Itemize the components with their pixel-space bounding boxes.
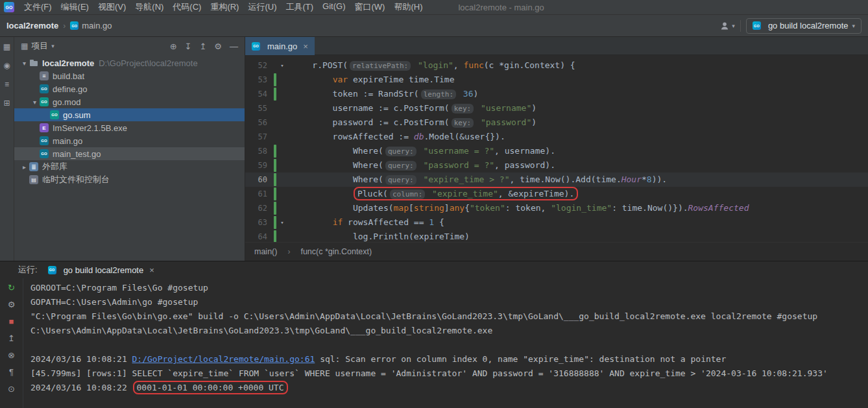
project-view-dropdown[interactable]: ▦ 项目 ▾ [21, 40, 54, 52]
menu-item[interactable]: 视图(V) [93, 1, 130, 13]
breadcrumb-main-func[interactable]: main() [254, 247, 277, 256]
console-line: [45.799ms] [rows:1] SELECT `expire_time`… [30, 366, 868, 381]
exe-icon: E [40, 123, 49, 132]
run-configuration-name: go build local2remote [768, 21, 849, 30]
structure-icon[interactable]: ≡ [5, 80, 9, 89]
breadcrumb-file[interactable]: main.go [82, 21, 112, 30]
code-line-62[interactable]: 62 Updates(map[string]any{"token": token… [245, 201, 868, 215]
project-window-icon: ▦ [21, 42, 28, 51]
menu-item[interactable]: 文件(F) [19, 1, 56, 13]
text-segment: GOPATH=C:\Users\Admin\go #gosetup [30, 297, 198, 307]
restore-layout-icon[interactable]: ↥ [8, 333, 15, 343]
tree-item-build-bat[interactable]: ≡build.bat [14, 69, 245, 82]
fold-spacer [276, 87, 288, 101]
menu-item[interactable]: 工具(T) [281, 1, 318, 13]
menu-item[interactable]: 导航(N) [130, 1, 168, 13]
text-segment: var [333, 75, 348, 84]
pin-icon[interactable]: ⊙ [8, 384, 15, 394]
menu-item[interactable]: 编辑(E) [56, 1, 93, 13]
text-segment: RowsAffected [688, 203, 749, 213]
tree-item-main-test-go[interactable]: GOmain_test.go [14, 147, 245, 160]
code-editor[interactable]: 52▾ r.POST(relativePath: "login", func(c… [245, 55, 868, 242]
code-line-63[interactable]: 63▾ if rowsAffected == 1 { [245, 215, 868, 230]
run-configuration-selector[interactable]: GO go build local2remote ▾ [746, 18, 862, 34]
project-icon[interactable]: ▦ [3, 42, 10, 51]
text-segment: , &expireTime). [498, 189, 574, 198]
text-segment: ) [531, 117, 536, 127]
code-line-52[interactable]: 52▾ r.POST(relativePath: "login", func(c… [245, 58, 868, 73]
editor-area: GO main.go × 52▾ r.POST(relativePath: "l… [245, 37, 868, 261]
clear-all-icon[interactable]: ⊗ [8, 350, 15, 360]
chevron-right-icon[interactable]: ▸ [19, 163, 29, 171]
breadcrumb-gin-handler[interactable]: func(c *gin.Context) [300, 247, 372, 256]
nav-right-actions: ▾ GO go build local2remote ▾ [719, 18, 862, 34]
line-number: 53 [245, 73, 267, 87]
code-line-61[interactable]: 61 Pluck(column: "expire_time", &expireT… [245, 187, 868, 201]
tree-item-go-mod[interactable]: ▾GOgo.mod [14, 95, 245, 108]
stop-icon[interactable]: ■ [9, 317, 14, 326]
menu-item[interactable]: 运行(U) [243, 1, 281, 13]
settings-icon[interactable]: ⚙ [214, 42, 222, 51]
text-segment: 0001-01-01 00:00:00 +0000 UTC [137, 383, 284, 392]
code-line-58[interactable]: 58 Where(query: "username = ?", username… [245, 144, 868, 158]
rerun-icon[interactable]: ↻ [8, 283, 15, 293]
console-output[interactable]: GOROOT=C:\Program Files\Go #gosetupGOPAT… [23, 278, 868, 408]
code-line-64[interactable]: 64 log.Println(expireTime) [245, 230, 868, 242]
text-segment: , username). [494, 146, 555, 156]
soft-wrap-icon[interactable]: ¶ [9, 367, 14, 377]
tree-item-main-go[interactable]: GOmain.go [14, 134, 245, 147]
close-tab-icon[interactable]: × [303, 42, 308, 51]
menu-item[interactable]: 重构(R) [206, 1, 243, 13]
code-line-53[interactable]: 53 var expireTime time.Time [245, 73, 868, 87]
editor-tab-label: main.go [267, 42, 297, 51]
menu-item[interactable]: 代码(C) [168, 1, 206, 13]
services-icon[interactable]: ⊞ [3, 99, 10, 108]
chevron-down-icon[interactable]: ▾ [30, 99, 40, 106]
locate-file-icon[interactable]: ⊕ [170, 42, 177, 51]
line-number: 61 [245, 187, 267, 201]
fold-arrow-icon[interactable]: ▾ [276, 58, 288, 73]
code-line-56[interactable]: 56 password := c.PostForm(key: "password… [245, 115, 868, 130]
fold-arrow-icon[interactable]: ▾ [276, 215, 288, 230]
user-account-icon[interactable]: ▾ [719, 21, 735, 31]
text-segment: "expire_time > ?" [423, 174, 509, 184]
tree-item-define-go[interactable]: GOdefine.go [14, 82, 245, 95]
collapse-all-icon[interactable]: ↥ [199, 42, 206, 51]
code-line-54[interactable]: 54 token := RandStr(length: 36) [245, 87, 868, 101]
chevron-down-icon[interactable]: ▾ [19, 60, 29, 67]
text-segment: key: [452, 104, 474, 114]
tree-item-external-libraries[interactable]: ▸≣外部库 [14, 160, 245, 173]
hide-panel-icon[interactable]: — [230, 42, 238, 51]
menu-item[interactable]: Git(G) [318, 1, 350, 13]
commit-icon[interactable]: ◉ [3, 61, 10, 70]
code-line-60[interactable]: 60 Where(query: "expire_time > ?", time.… [245, 173, 868, 187]
menu-item[interactable]: 窗口(W) [350, 1, 389, 13]
text-segment: C:\Users\Admin\AppData\Local\JetBrains\G… [30, 326, 492, 335]
menu-item[interactable]: 帮助(H) [389, 1, 427, 13]
line-number: 58 [245, 144, 267, 158]
settings-icon[interactable]: ⚙ [8, 300, 16, 309]
code-line-59[interactable]: 59 Where(query: "password = ?", password… [245, 158, 868, 173]
run-tab-go-build[interactable]: GO go build local2remote × [45, 261, 157, 278]
close-tab-icon[interactable]: × [149, 265, 154, 275]
code-text: Where(query: "username = ?", username). [288, 144, 555, 158]
fold-spacer [276, 130, 288, 144]
text-segment: GOROOT=C:\Program Files\Go #gosetup [30, 283, 208, 293]
editor-breadcrumbs: main() › func(c *gin.Context) [245, 242, 868, 261]
tree-item-imserver-exe[interactable]: EImServer2.1.5B.exe [14, 121, 245, 134]
code-line-55[interactable]: 55 username := c.PostForm(key: "username… [245, 101, 868, 115]
console-file-link[interactable]: D:/GoProject/local2remote/main.go:61 [132, 354, 315, 364]
breadcrumb-project[interactable]: local2remote [6, 21, 58, 30]
line-number: 64 [245, 230, 267, 242]
tree-item-local2remote[interactable]: ▾local2remoteD:\GoProject\local2remote [14, 56, 245, 69]
tree-item-scratches[interactable]: ▤临时文件和控制台 [14, 173, 245, 186]
editor-tab-main-go[interactable]: GO main.go × [245, 37, 315, 55]
title-bar: GO 文件(F)编辑(E)视图(V)导航(N)代码(C)重构(R)运行(U)工具… [0, 0, 868, 15]
run-tool-window: 运行: GO go build local2remote × ↻⚙■↥⊗¶⊙ G… [0, 261, 868, 408]
code-line-57[interactable]: 57 rowsAffected := db.Model(&user{}). [245, 130, 868, 144]
console-line: C:\Users\Admin\AppData\Local\JetBrains\G… [30, 324, 868, 338]
tree-item-go-sum[interactable]: GOgo.sum [14, 108, 245, 121]
expand-all-icon[interactable]: ↧ [185, 42, 192, 51]
chevron-right-icon: › [287, 247, 290, 256]
text-segment [476, 117, 481, 127]
